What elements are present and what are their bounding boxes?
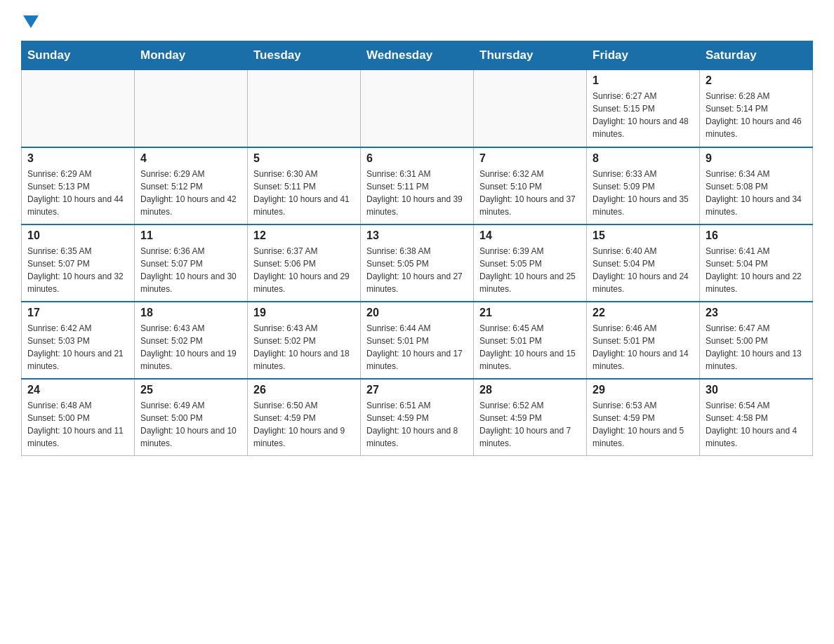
weekday-header-tuesday: Tuesday — [248, 41, 361, 70]
day-info: Sunrise: 6:54 AMSunset: 4:58 PMDaylight:… — [706, 399, 807, 450]
weekday-header-monday: Monday — [135, 41, 248, 70]
calendar-cell: 22Sunrise: 6:46 AMSunset: 5:01 PMDayligh… — [587, 302, 700, 379]
day-number: 22 — [593, 307, 694, 319]
calendar-cell: 12Sunrise: 6:37 AMSunset: 5:06 PMDayligh… — [248, 224, 361, 302]
calendar-cell: 15Sunrise: 6:40 AMSunset: 5:04 PMDayligh… — [587, 224, 700, 302]
calendar-cell: 29Sunrise: 6:53 AMSunset: 4:59 PMDayligh… — [587, 379, 700, 456]
day-info: Sunrise: 6:39 AMSunset: 5:05 PMDaylight:… — [479, 245, 581, 295]
calendar-cell: 16Sunrise: 6:41 AMSunset: 5:04 PMDayligh… — [700, 224, 813, 302]
calendar-cell: 5Sunrise: 6:30 AMSunset: 5:11 PMDaylight… — [248, 147, 361, 224]
day-info: Sunrise: 6:29 AMSunset: 5:12 PMDaylight:… — [140, 168, 241, 218]
day-info: Sunrise: 6:33 AMSunset: 5:09 PMDaylight:… — [593, 168, 694, 218]
day-number: 4 — [140, 152, 241, 165]
calendar-cell: 7Sunrise: 6:32 AMSunset: 5:10 PMDaylight… — [474, 147, 587, 224]
day-number: 2 — [706, 74, 807, 87]
calendar-cell: 10Sunrise: 6:35 AMSunset: 5:07 PMDayligh… — [22, 224, 135, 302]
day-info: Sunrise: 6:27 AMSunset: 5:15 PMDaylight:… — [593, 90, 694, 140]
day-number: 15 — [593, 229, 694, 242]
day-number: 3 — [27, 152, 128, 165]
calendar-week-row: 3Sunrise: 6:29 AMSunset: 5:13 PMDaylight… — [22, 147, 813, 224]
day-number: 6 — [366, 152, 468, 165]
calendar-week-row: 17Sunrise: 6:42 AMSunset: 5:03 PMDayligh… — [22, 302, 813, 379]
day-info: Sunrise: 6:40 AMSunset: 5:04 PMDaylight:… — [593, 245, 694, 295]
calendar-cell: 6Sunrise: 6:31 AMSunset: 5:11 PMDaylight… — [361, 147, 474, 224]
calendar-cell: 13Sunrise: 6:38 AMSunset: 5:05 PMDayligh… — [361, 224, 474, 302]
day-number: 27 — [366, 384, 468, 396]
day-info: Sunrise: 6:30 AMSunset: 5:11 PMDaylight:… — [253, 168, 355, 218]
calendar-cell: 2Sunrise: 6:28 AMSunset: 5:14 PMDaylight… — [700, 70, 813, 147]
calendar-cell — [248, 70, 361, 147]
day-number: 20 — [366, 307, 468, 319]
calendar-cell: 26Sunrise: 6:50 AMSunset: 4:59 PMDayligh… — [248, 379, 361, 456]
weekday-header-wednesday: Wednesday — [361, 41, 474, 70]
weekday-header-row: SundayMondayTuesdayWednesdayThursdayFrid… — [22, 41, 813, 70]
calendar-week-row: 24Sunrise: 6:48 AMSunset: 5:00 PMDayligh… — [22, 379, 813, 456]
calendar-cell — [22, 70, 135, 147]
calendar-cell: 9Sunrise: 6:34 AMSunset: 5:08 PMDaylight… — [700, 147, 813, 224]
day-info: Sunrise: 6:53 AMSunset: 4:59 PMDaylight:… — [593, 399, 694, 450]
day-info: Sunrise: 6:44 AMSunset: 5:01 PMDaylight:… — [366, 322, 468, 373]
day-number: 14 — [479, 229, 581, 242]
day-number: 21 — [479, 307, 581, 319]
calendar-cell: 1Sunrise: 6:27 AMSunset: 5:15 PMDaylight… — [587, 70, 700, 147]
day-number: 11 — [140, 229, 241, 242]
calendar-cell: 27Sunrise: 6:51 AMSunset: 4:59 PMDayligh… — [361, 379, 474, 456]
calendar-cell: 30Sunrise: 6:54 AMSunset: 4:58 PMDayligh… — [700, 379, 813, 456]
day-info: Sunrise: 6:31 AMSunset: 5:11 PMDaylight:… — [366, 168, 468, 218]
calendar-header: SundayMondayTuesdayWednesdayThursdayFrid… — [22, 41, 813, 70]
day-number: 26 — [253, 384, 355, 396]
calendar-table: SundayMondayTuesdayWednesdayThursdayFrid… — [21, 41, 813, 456]
calendar-cell: 21Sunrise: 6:45 AMSunset: 5:01 PMDayligh… — [474, 302, 587, 379]
day-info: Sunrise: 6:51 AMSunset: 4:59 PMDaylight:… — [366, 399, 468, 450]
calendar-cell: 24Sunrise: 6:48 AMSunset: 5:00 PMDayligh… — [22, 379, 135, 456]
calendar-cell — [135, 70, 248, 147]
day-number: 16 — [706, 229, 807, 242]
day-info: Sunrise: 6:49 AMSunset: 5:00 PMDaylight:… — [140, 399, 241, 450]
day-info: Sunrise: 6:45 AMSunset: 5:01 PMDaylight:… — [479, 322, 581, 373]
day-number: 23 — [706, 307, 807, 319]
day-info: Sunrise: 6:41 AMSunset: 5:04 PMDaylight:… — [706, 245, 807, 295]
day-number: 5 — [253, 152, 355, 165]
day-info: Sunrise: 6:43 AMSunset: 5:02 PMDaylight:… — [253, 322, 355, 373]
calendar-cell: 25Sunrise: 6:49 AMSunset: 5:00 PMDayligh… — [135, 379, 248, 456]
day-number: 10 — [27, 229, 128, 242]
weekday-header-saturday: Saturday — [700, 41, 813, 70]
day-number: 17 — [27, 307, 128, 319]
day-number: 25 — [140, 384, 241, 396]
day-info: Sunrise: 6:37 AMSunset: 5:06 PMDaylight:… — [253, 245, 355, 295]
day-info: Sunrise: 6:50 AMSunset: 4:59 PMDaylight:… — [253, 399, 355, 450]
day-number: 29 — [593, 384, 694, 396]
day-number: 30 — [706, 384, 807, 396]
calendar-cell: 18Sunrise: 6:43 AMSunset: 5:02 PMDayligh… — [135, 302, 248, 379]
day-number: 19 — [253, 307, 355, 319]
day-info: Sunrise: 6:42 AMSunset: 5:03 PMDaylight:… — [27, 322, 128, 373]
weekday-header-friday: Friday — [587, 41, 700, 70]
calendar-cell: 3Sunrise: 6:29 AMSunset: 5:13 PMDaylight… — [22, 147, 135, 224]
calendar-cell: 28Sunrise: 6:52 AMSunset: 4:59 PMDayligh… — [474, 379, 587, 456]
calendar-cell: 23Sunrise: 6:47 AMSunset: 5:00 PMDayligh… — [700, 302, 813, 379]
day-number: 1 — [593, 74, 694, 87]
day-info: Sunrise: 6:47 AMSunset: 5:00 PMDaylight:… — [706, 322, 807, 373]
day-info: Sunrise: 6:38 AMSunset: 5:05 PMDaylight:… — [366, 245, 468, 295]
day-info: Sunrise: 6:34 AMSunset: 5:08 PMDaylight:… — [706, 168, 807, 218]
calendar-cell — [361, 70, 474, 147]
day-info: Sunrise: 6:52 AMSunset: 4:59 PMDaylight:… — [479, 399, 581, 450]
day-number: 9 — [706, 152, 807, 165]
calendar-week-row: 10Sunrise: 6:35 AMSunset: 5:07 PMDayligh… — [22, 224, 813, 302]
day-number: 28 — [479, 384, 581, 396]
day-number: 24 — [27, 384, 128, 396]
calendar-cell — [474, 70, 587, 147]
day-number: 7 — [479, 152, 581, 165]
day-info: Sunrise: 6:36 AMSunset: 5:07 PMDaylight:… — [140, 245, 241, 295]
calendar-cell: 19Sunrise: 6:43 AMSunset: 5:02 PMDayligh… — [248, 302, 361, 379]
day-number: 18 — [140, 307, 241, 319]
calendar-week-row: 1Sunrise: 6:27 AMSunset: 5:15 PMDaylight… — [22, 70, 813, 147]
day-number: 13 — [366, 229, 468, 242]
calendar-cell: 4Sunrise: 6:29 AMSunset: 5:12 PMDaylight… — [135, 147, 248, 224]
day-number: 8 — [593, 152, 694, 165]
logo-wrapper — [21, 14, 39, 28]
logo-triangle-icon — [23, 15, 39, 28]
calendar-cell: 8Sunrise: 6:33 AMSunset: 5:09 PMDaylight… — [587, 147, 700, 224]
day-info: Sunrise: 6:29 AMSunset: 5:13 PMDaylight:… — [27, 168, 128, 218]
day-info: Sunrise: 6:35 AMSunset: 5:07 PMDaylight:… — [27, 245, 128, 295]
